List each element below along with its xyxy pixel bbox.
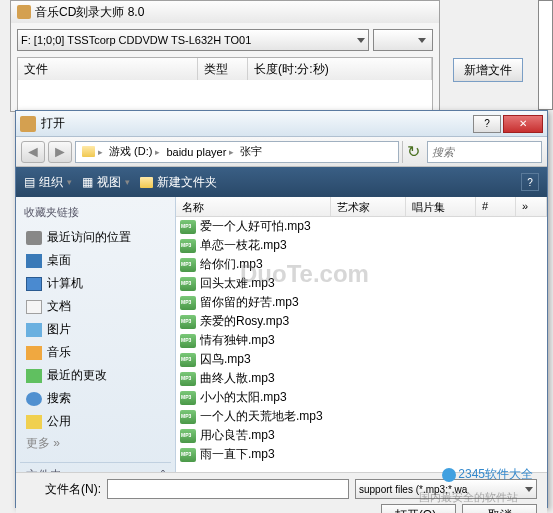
forward-button[interactable]: ► — [48, 141, 72, 163]
sidebar-more[interactable]: 更多 » — [20, 433, 171, 454]
device-value: F: [1;0;0] TSSTcorp CDDVDW TS-L632H TO01 — [21, 34, 251, 46]
dialog-title: 打开 — [41, 115, 473, 132]
search-input[interactable] — [427, 141, 542, 163]
breadcrumb-drive[interactable]: 游戏 (D:) ▸ — [106, 144, 163, 159]
folder-icon — [82, 146, 95, 157]
sidebar-item-icon — [26, 346, 42, 360]
sidebar-item-icon — [26, 415, 42, 429]
sidebar-item-icon — [26, 369, 42, 383]
col-album[interactable]: 唱片集 — [406, 197, 476, 216]
sidebar-item[interactable]: 音乐 — [20, 341, 171, 364]
close-button[interactable]: ✕ — [503, 115, 543, 133]
file-list[interactable]: 爱一个人好可怕.mp3单恋一枝花.mp3给你们.mp3回头太难.mp3留你留的好… — [176, 217, 547, 472]
file-row[interactable]: 留你留的好苦.mp3 — [176, 293, 547, 312]
track-list: 文件 类型 长度(时:分:秒) — [17, 57, 433, 111]
sidebar-item[interactable]: 计算机 — [20, 272, 171, 295]
dialog-toolbar: ▤ 组织 ▾ ▦ 视图 ▾ 新建文件夹 ? — [16, 167, 547, 197]
sidebar-item-label: 音乐 — [47, 344, 71, 361]
main-toolbar: F: [1;0;0] TSSTcorp CDDVDW TS-L632H TO01 — [11, 23, 439, 57]
file-row[interactable]: 曲终人散.mp3 — [176, 369, 547, 388]
sidebar-item[interactable]: 最近的更改 — [20, 364, 171, 387]
right-panel-edge — [538, 0, 553, 110]
col-artist[interactable]: 艺术家 — [331, 197, 406, 216]
open-button[interactable]: 打开(O) ▾ — [381, 504, 456, 513]
help-button[interactable]: ? — [473, 115, 501, 133]
col-length[interactable]: 长度(时:分:秒) — [248, 58, 432, 80]
filter-dropdown[interactable]: support files (*.mp3;*.wa — [355, 479, 537, 499]
file-name: 爱一个人好可怕.mp3 — [200, 218, 311, 235]
file-row[interactable]: 囚鸟.mp3 — [176, 350, 547, 369]
file-name: 亲爱的Rosy.mp3 — [200, 313, 289, 330]
file-name: 用心良苦.mp3 — [200, 427, 275, 444]
file-row[interactable]: 单恋一枝花.mp3 — [176, 236, 547, 255]
mp3-icon — [180, 429, 196, 443]
file-row[interactable]: 亲爱的Rosy.mp3 — [176, 312, 547, 331]
sidebar-item-label: 计算机 — [47, 275, 83, 292]
filename-input[interactable] — [107, 479, 349, 499]
sidebar-item-icon — [26, 323, 42, 337]
mp3-icon — [180, 334, 196, 348]
cancel-button[interactable]: 取消 — [462, 504, 537, 513]
breadcrumb-folder2[interactable]: 张宇 — [237, 144, 265, 159]
sidebar-folders[interactable]: 文件夹ˆ — [20, 462, 171, 472]
col-file[interactable]: 文件 — [18, 58, 198, 80]
sidebar-item[interactable]: 公用 — [20, 410, 171, 433]
file-row[interactable]: 爱一个人好可怕.mp3 — [176, 217, 547, 236]
chevron-down-icon — [525, 487, 533, 492]
organize-icon: ▤ — [24, 175, 35, 189]
col-type[interactable]: 类型 — [198, 58, 248, 80]
refresh-button[interactable]: ↻ — [402, 141, 424, 163]
file-name: 情有独钟.mp3 — [200, 332, 275, 349]
sidebar-item[interactable]: 最近访问的位置 — [20, 226, 171, 249]
file-name: 留你留的好苦.mp3 — [200, 294, 299, 311]
views-icon: ▦ — [82, 175, 93, 189]
sidebar-item-label: 文档 — [47, 298, 71, 315]
sidebar-item-label: 最近的更改 — [47, 367, 107, 384]
file-name: 单恋一枝花.mp3 — [200, 237, 287, 254]
mp3-icon — [180, 353, 196, 367]
sidebar-item-icon — [26, 392, 42, 406]
file-row[interactable]: 用心良苦.mp3 — [176, 426, 547, 445]
breadcrumb[interactable]: ▸ 游戏 (D:) ▸ baidu player ▸ 张宇 — [75, 141, 399, 163]
device-dropdown[interactable]: F: [1;0;0] TSSTcorp CDDVDW TS-L632H TO01 — [17, 29, 369, 51]
col-extra[interactable]: » — [516, 197, 547, 216]
file-name: 小小的太阳.mp3 — [200, 389, 287, 406]
file-list-header: 名称 艺术家 唱片集 # » — [176, 197, 547, 217]
back-button[interactable]: ◄ — [21, 141, 45, 163]
breadcrumb-folder1[interactable]: baidu player ▸ — [163, 146, 237, 158]
sidebar-item-icon — [26, 254, 42, 268]
mp3-icon — [180, 315, 196, 329]
col-num[interactable]: # — [476, 197, 516, 216]
toolbar-help-button[interactable]: ? — [521, 173, 539, 191]
views-button[interactable]: ▦ 视图 ▾ — [82, 174, 130, 191]
mp3-icon — [180, 220, 196, 234]
file-row[interactable]: 给你们.mp3 — [176, 255, 547, 274]
sidebar-item-label: 最近访问的位置 — [47, 229, 131, 246]
sidebar-item[interactable]: 桌面 — [20, 249, 171, 272]
mp3-icon — [180, 296, 196, 310]
file-row[interactable]: 一个人的天荒地老.mp3 — [176, 407, 547, 426]
track-list-body — [18, 80, 432, 110]
col-name[interactable]: 名称 — [176, 197, 331, 216]
sidebar-item[interactable]: 搜索 — [20, 387, 171, 410]
secondary-dropdown[interactable] — [373, 29, 433, 51]
chevron-down-icon — [357, 38, 365, 43]
sidebar-item-label: 图片 — [47, 321, 71, 338]
file-name: 曲终人散.mp3 — [200, 370, 275, 387]
mp3-icon — [180, 448, 196, 462]
sidebar-item[interactable]: 图片 — [20, 318, 171, 341]
window-titlebar: 音乐CD刻录大师 8.0 — [11, 1, 439, 23]
mp3-icon — [180, 410, 196, 424]
organize-button[interactable]: ▤ 组织 ▾ — [24, 174, 72, 191]
file-name: 囚鸟.mp3 — [200, 351, 251, 368]
file-row[interactable]: 情有独钟.mp3 — [176, 331, 547, 350]
file-row[interactable]: 回头太难.mp3 — [176, 274, 547, 293]
new-file-button[interactable]: 新增文件 — [453, 58, 523, 82]
new-folder-button[interactable]: 新建文件夹 — [140, 174, 217, 191]
dialog-titlebar[interactable]: 打开 ? ✕ — [16, 111, 547, 137]
file-row[interactable]: 雨一直下.mp3 — [176, 445, 547, 464]
sidebar-item[interactable]: 文档 — [20, 295, 171, 318]
file-row[interactable]: 小小的太阳.mp3 — [176, 388, 547, 407]
mp3-icon — [180, 258, 196, 272]
mp3-icon — [180, 239, 196, 253]
